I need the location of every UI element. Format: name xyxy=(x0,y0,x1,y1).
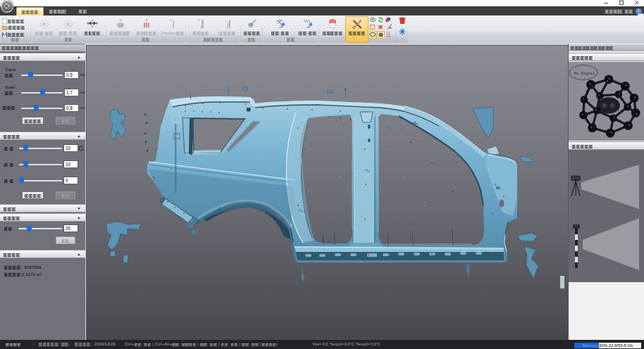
svg-text:No Signal: No Signal xyxy=(574,72,595,76)
